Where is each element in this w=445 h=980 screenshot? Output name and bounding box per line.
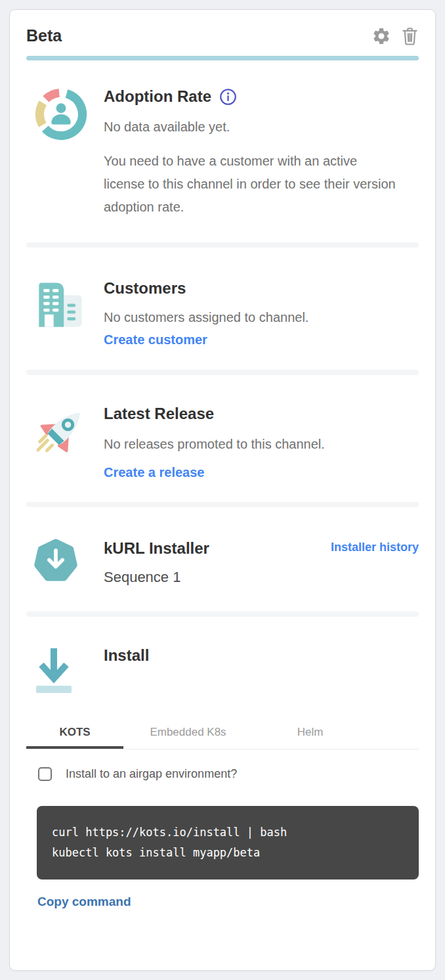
install-command-line: kubectl kots install myapp/beta [52,846,260,859]
customers-title: Customers [104,277,419,300]
channel-actions [371,26,419,46]
install-section: Install [26,644,419,702]
section-divider [26,370,419,375]
section-divider [26,612,419,617]
customers-buildings-icon [26,277,104,347]
customers-section: Customers No customers assigned to chann… [26,277,419,347]
adoption-rate-section: Adoption Rate No data available yet. You… [26,85,419,219]
channel-name: Beta [26,26,371,45]
adoption-empty-detail: You need to have a customer with an acti… [104,150,399,219]
tab-embedded-k8s[interactable]: Embedded K8s [123,719,253,749]
create-release-link[interactable]: Create a release [104,465,204,480]
install-download-icon [26,644,104,702]
release-rocket-icon [26,403,104,480]
trash-icon[interactable] [401,26,419,46]
customers-empty-message: No customers assigned to channel. [104,307,419,327]
install-command-block: curl https://kots.io/install | bash kube… [37,806,419,880]
airgap-label: Install to an airgap environment? [66,767,237,781]
install-method-tabs: KOTS Embedded K8s Helm [26,719,419,749]
airgap-row: Install to an airgap environment? [26,767,419,781]
latest-release-section: Latest Release No releases promoted to t… [26,403,419,480]
installer-history-link[interactable]: Installer history [331,541,419,554]
section-divider [26,242,419,248]
adoption-rate-title: Adoption Rate [104,85,211,108]
channel-card: Beta [9,9,436,971]
release-empty-message: No releases promoted to this channel. [104,434,419,454]
latest-release-title: Latest Release [104,403,419,425]
kurl-heptagon-download-icon [26,537,104,587]
tab-helm[interactable]: Helm [253,719,368,749]
tab-kots[interactable]: KOTS [26,719,123,749]
info-icon[interactable] [219,88,237,106]
section-divider [26,502,419,507]
copy-command-link[interactable]: Copy command [37,895,131,909]
kurl-installer-section: kURL Installer Installer history Sequenc… [26,537,419,587]
create-customer-link[interactable]: Create customer [104,332,207,347]
kurl-installer-title: kURL Installer [104,537,331,560]
install-title: Install [104,644,419,667]
adoption-empty-message: No data available yet. [104,117,419,137]
channel-card-header: Beta [26,10,419,46]
gear-icon[interactable] [371,26,391,46]
installer-sequence: Sequence 1 [104,568,419,587]
airgap-checkbox[interactable] [38,767,52,781]
install-command-line: curl https://kots.io/install | bash [52,826,287,839]
adoption-donut-user-icon [26,85,104,219]
channel-accent-bar [26,56,419,60]
